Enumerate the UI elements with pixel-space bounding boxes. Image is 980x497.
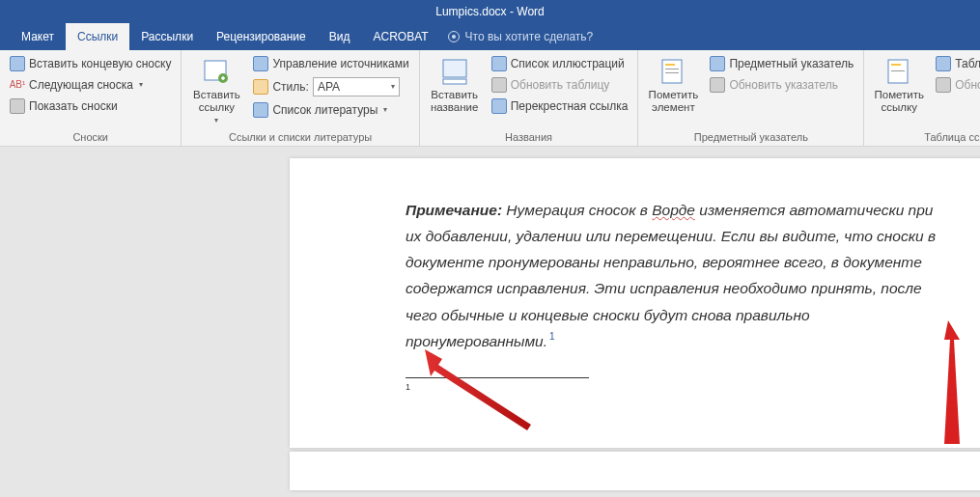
mark-citation-button[interactable]: Пометить ссылку xyxy=(870,54,928,129)
svg-rect-3 xyxy=(443,79,466,84)
group-index-label: Предметный указатель xyxy=(644,129,857,146)
bibliography-icon xyxy=(253,102,268,118)
insert-citation-icon xyxy=(201,56,232,87)
next-footnote-button[interactable]: AB¹ Следующая сноска ▾ xyxy=(6,75,175,95)
tab-references[interactable]: Ссылки xyxy=(66,23,129,50)
next-footnote-icon: AB¹ xyxy=(10,77,25,93)
insert-index-button[interactable]: Предметный указатель xyxy=(706,54,857,73)
footnote-reference[interactable]: 1 xyxy=(549,331,555,342)
tab-view[interactable]: Вид xyxy=(318,23,362,50)
citation-style-select[interactable]: Стиль: APA ▾ xyxy=(249,75,412,98)
update-index-icon xyxy=(710,77,725,93)
bulb-icon xyxy=(448,31,460,42)
group-citations: Вставить ссылку ▾ Управление источниками… xyxy=(182,50,419,146)
tell-me-search[interactable]: Что вы хотите сделать? xyxy=(448,23,594,50)
document-workspace: Примечание: Нумерация сносок в Ворде изм… xyxy=(0,147,980,497)
chevron-down-icon: ▾ xyxy=(214,116,218,124)
mark-citation-icon xyxy=(883,56,914,87)
svg-rect-10 xyxy=(891,70,905,71)
cross-reference-button[interactable]: Перекрестная ссылка xyxy=(488,97,632,116)
insert-endnote-button[interactable]: Вставить концевую сноску xyxy=(6,54,175,73)
svg-rect-6 xyxy=(665,69,679,69)
svg-rect-4 xyxy=(662,60,682,83)
footnote-number[interactable]: 1 xyxy=(406,382,410,392)
chevron-down-icon: ▾ xyxy=(383,102,387,118)
update-toa-icon xyxy=(936,77,951,93)
group-toa-label: Таблица ссылок xyxy=(870,129,980,146)
group-citations-label: Ссылки и списки литературы xyxy=(187,129,412,146)
document-page-next[interactable] xyxy=(290,452,980,490)
tab-acrobat[interactable]: ACROBAT xyxy=(361,23,439,50)
endnote-icon xyxy=(10,56,25,71)
update-toa-button: Обновить таблицу xyxy=(932,75,980,95)
document-paragraph[interactable]: Примечание: Нумерация сносок в Ворде изм… xyxy=(406,197,946,354)
insert-caption-icon xyxy=(439,56,470,87)
chevron-down-icon: ▾ xyxy=(139,77,143,93)
tell-me-placeholder: Что вы хотите сделать? xyxy=(465,30,594,43)
update-table-button: Обновить таблицу xyxy=(488,75,632,95)
title-bar: Lumpics.docx - Word xyxy=(0,0,980,23)
svg-rect-7 xyxy=(665,72,679,73)
tab-layout[interactable]: Макет xyxy=(10,23,66,50)
insert-index-icon xyxy=(710,56,725,71)
style-icon xyxy=(253,79,268,95)
insert-citation-button[interactable]: Вставить ссылку ▾ xyxy=(187,54,245,129)
group-index: Пометить элемент Предметный указатель Об… xyxy=(638,50,864,146)
svg-rect-5 xyxy=(665,64,675,66)
show-notes-icon xyxy=(10,98,25,114)
footnote-separator xyxy=(406,377,589,378)
update-index-button: Обновить указатель xyxy=(706,75,857,95)
manage-sources-icon xyxy=(253,56,268,71)
document-body-text: Нумерация сносок в Ворде изменяется авто… xyxy=(406,202,936,349)
insert-toa-button[interactable]: Таблица ссылок xyxy=(932,54,980,73)
ribbon: Вставить концевую сноску AB¹ Следующая с… xyxy=(0,50,980,147)
tab-mailings[interactable]: Рассылки xyxy=(129,23,205,50)
document-page[interactable]: Примечание: Нумерация сносок в Ворде изм… xyxy=(290,158,980,448)
bibliography-button[interactable]: Список литературы ▾ xyxy=(249,100,412,120)
group-toa: Пометить ссылку Таблица ссылок Обновить … xyxy=(864,50,980,146)
window-title: Lumpics.docx - Word xyxy=(435,5,544,18)
tof-icon xyxy=(491,56,507,71)
group-captions-label: Названия xyxy=(426,129,632,146)
svg-rect-9 xyxy=(891,64,901,66)
svg-rect-2 xyxy=(443,60,466,77)
group-footnotes-label: Сноски xyxy=(6,129,175,146)
table-of-figures-button[interactable]: Список иллюстраций xyxy=(488,54,632,73)
group-captions: Вставить название Список иллюстраций Обн… xyxy=(420,50,639,146)
chevron-down-icon: ▾ xyxy=(391,79,395,95)
show-notes-button[interactable]: Показать сноски xyxy=(6,97,175,116)
manage-sources-button[interactable]: Управление источниками xyxy=(249,54,412,73)
update-table-icon xyxy=(491,77,507,93)
mark-entry-icon xyxy=(658,56,688,87)
group-footnotes: Вставить концевую сноску AB¹ Следующая с… xyxy=(0,50,182,146)
cross-ref-icon xyxy=(491,98,507,114)
mark-entry-button[interactable]: Пометить элемент xyxy=(644,54,702,129)
tab-review[interactable]: Рецензирование xyxy=(205,23,318,50)
insert-caption-button[interactable]: Вставить название xyxy=(426,54,484,129)
insert-toa-icon xyxy=(936,56,951,71)
note-label: Примечание: xyxy=(406,202,502,218)
style-dropdown[interactable]: APA ▾ xyxy=(313,77,400,97)
ribbon-tabs: Макет Ссылки Рассылки Рецензирование Вид… xyxy=(0,23,980,50)
